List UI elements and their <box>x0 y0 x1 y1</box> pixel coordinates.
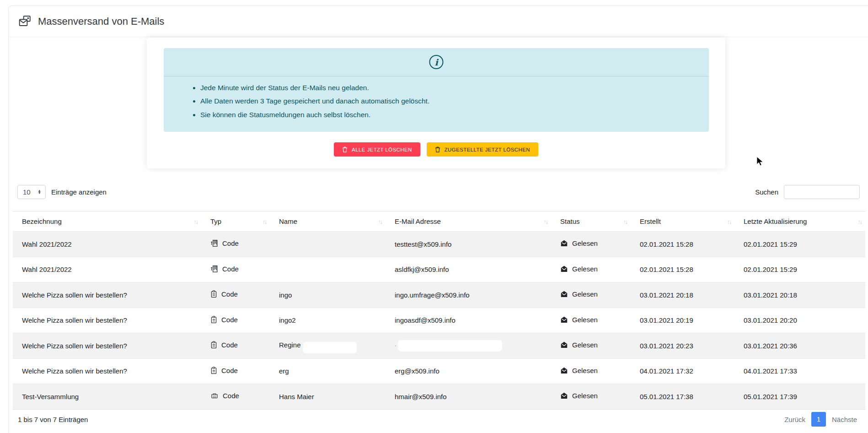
cell-email: asldfkj@x509.info <box>386 257 551 282</box>
poll-icon <box>210 290 217 299</box>
delete-all-button[interactable]: ALLE JETZT LÖSCHEN <box>334 142 420 157</box>
table-row: Welche Pizza sollen wir bestellen?Codein… <box>13 308 865 333</box>
envelope-open-icon <box>560 239 568 249</box>
column-header-typ[interactable]: Typ↑↓ <box>201 211 270 232</box>
table-header-row: Bezeichnung↑↓Typ↑↓Name↑↓E-Mail Adresse↑↓… <box>13 211 865 232</box>
column-header-email[interactable]: E-Mail Adresse↑↓ <box>386 211 551 232</box>
card-header: Massenversand von E-Mails <box>9 6 868 37</box>
cell-status: Gelesen <box>551 358 631 384</box>
sort-arrows-icon: ↑↓ <box>727 219 731 225</box>
page-length-control: 10 ▲▼ Einträge anzeigen <box>17 185 107 199</box>
info-bullet: Alle Daten werden 3 Tage gespeichert und… <box>200 96 429 106</box>
info-bullet: Sie können die Statusmeldungen auch selb… <box>200 110 429 120</box>
cell-status: Gelesen <box>551 308 631 333</box>
cell-name: erg <box>270 358 386 384</box>
email-status-table: Bezeichnung↑↓Typ↑↓Name↑↓E-Mail Adresse↑↓… <box>13 211 865 410</box>
cell-bezeichnung: Welche Pizza sollen wir bestellen? <box>13 308 201 333</box>
column-header-status[interactable]: Status↑↓ <box>551 211 631 232</box>
cell-status: Gelesen <box>551 257 631 282</box>
cell-bezeichnung: Welche Pizza sollen wir bestellen? <box>13 282 201 308</box>
cell-typ: Code <box>201 358 270 384</box>
trash-icon <box>342 146 348 152</box>
cell-name: ingo2 <box>270 308 386 333</box>
table-row: Welche Pizza sollen wir bestellen?Codeer… <box>13 358 865 384</box>
cell-name: Hans Maier <box>270 384 386 410</box>
sort-arrows-icon: ↑↓ <box>194 219 198 225</box>
info-bullet: Jede Minute wird der Status der E-Mails … <box>200 83 429 93</box>
sort-arrows-icon: ↑↓ <box>263 219 267 225</box>
cell-status: Gelesen <box>551 333 631 359</box>
search-control: Suchen <box>755 185 860 199</box>
cell-bezeichnung: Wahl 2021/2022 <box>13 232 201 257</box>
cell-email: erg@x509.info <box>386 358 551 384</box>
column-header-name[interactable]: Name↑↓ <box>270 211 386 232</box>
cell-typ: Code <box>201 232 270 257</box>
cell-aktualisiert: 03.01.2021 20:20 <box>734 308 865 333</box>
column-header-bezeichnung[interactable]: Bezeichnung↑↓ <box>13 211 201 232</box>
cell-aktualisiert: 02.01.2021 15:29 <box>734 232 865 257</box>
cell-erstellt: 03.01.2021 20:19 <box>631 308 734 333</box>
cell-erstellt: 03.01.2021 20:18 <box>631 282 734 308</box>
alert-button-row: ALLE JETZT LÖSCHEN ZUGESTELLTE JETZT LÖS… <box>147 142 725 157</box>
alert-divider <box>164 76 709 76</box>
cell-bezeichnung: Welche Pizza sollen wir bestellen? <box>13 358 201 384</box>
page-title: Massenversand von E-Mails <box>38 16 164 27</box>
info-panel: i Jede Minute wird der Status der E-Mail… <box>147 38 725 168</box>
search-input[interactable] <box>784 185 860 199</box>
envelope-open-icon <box>560 265 568 274</box>
cell-name: Regine <box>270 333 386 359</box>
poll-icon <box>210 341 217 350</box>
cell-typ: Code <box>201 333 270 359</box>
person-booth-icon <box>210 239 218 249</box>
column-header-aktualisiert[interactable]: Letzte Aktualisierung↑↓ <box>734 211 865 232</box>
cell-name <box>270 232 386 257</box>
cell-email: hmair@x509.info <box>386 384 551 410</box>
cell-email: ingo.umfrage@x509.info <box>386 282 551 308</box>
cell-erstellt: 05.01.2021 17:38 <box>631 384 734 410</box>
cell-status: Gelesen <box>551 232 631 257</box>
sort-arrows-icon: ↑↓ <box>623 219 627 225</box>
pagination: Zurück 1 Nächste <box>782 412 859 427</box>
delete-delivered-button[interactable]: ZUGESTELLTE JETZT LÖSCHEN <box>427 142 538 157</box>
pagination-previous[interactable]: Zurück <box>782 416 807 423</box>
cell-erstellt: 02.01.2021 15:28 <box>631 232 734 257</box>
pagination-page-1[interactable]: 1 <box>811 412 826 427</box>
poll-icon <box>210 367 217 376</box>
cell-aktualisiert: 05.01.2021 17:39 <box>734 384 865 410</box>
redaction-block <box>398 340 502 352</box>
page-size-select[interactable]: 10 ▲▼ <box>17 185 46 199</box>
envelope-open-icon <box>560 341 568 350</box>
poll-icon <box>210 316 217 325</box>
pagination-next[interactable]: Nächste <box>830 416 859 423</box>
cell-typ: Code <box>201 257 270 282</box>
cell-aktualisiert: 03.01.2021 20:36 <box>734 333 865 359</box>
cell-status: Gelesen <box>551 384 631 410</box>
cell-email: ingoasdf@x509.info <box>386 308 551 333</box>
envelope-open-icon <box>560 367 568 376</box>
cell-name: ingo <box>270 282 386 308</box>
sort-arrows-icon: ↑↓ <box>378 219 382 225</box>
table-row: Welche Pizza sollen wir bestellen?CodeRe… <box>13 333 865 359</box>
cell-bezeichnung: Test-Versammlung <box>13 384 201 410</box>
column-header-erstellt[interactable]: Erstellt↑↓ <box>631 211 734 232</box>
cell-email: · <box>386 333 551 359</box>
table-row: Welche Pizza sollen wir bestellen?Codein… <box>13 282 865 308</box>
redaction-block <box>303 342 357 353</box>
cell-aktualisiert: 03.01.2021 20:18 <box>734 282 865 308</box>
cell-typ: Code <box>201 384 270 410</box>
cell-aktualisiert: 02.01.2021 15:29 <box>734 257 865 282</box>
cell-email: testtest@x509.info <box>386 232 551 257</box>
envelope-open-icon <box>560 316 568 325</box>
envelope-open-icon <box>560 290 568 299</box>
sort-arrows-icon: ↑↓ <box>858 219 862 225</box>
cell-typ: Code <box>201 282 270 308</box>
info-alert: i Jede Minute wird der Status der E-Mail… <box>164 48 709 132</box>
cell-bezeichnung: Welche Pizza sollen wir bestellen? <box>13 333 201 359</box>
table-summary: 1 bis 7 von 7 Einträgen <box>18 416 88 423</box>
sort-arrows-icon: ↑↓ <box>544 219 548 225</box>
mail-bulk-icon <box>19 16 31 27</box>
ballot-box-icon <box>210 392 219 401</box>
cell-name <box>270 257 386 282</box>
table-row: Wahl 2021/2022Codeasldfkj@x509.infoGeles… <box>13 257 865 282</box>
email-status-table-wrap: Bezeichnung↑↓Typ↑↓Name↑↓E-Mail Adresse↑↓… <box>13 211 865 410</box>
